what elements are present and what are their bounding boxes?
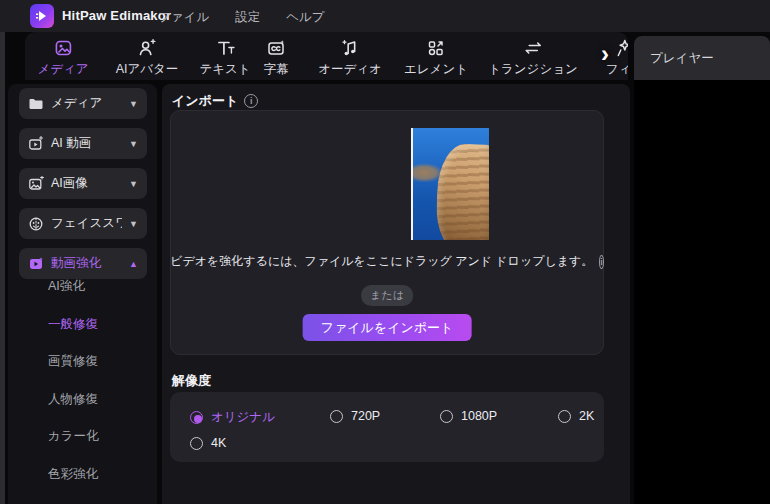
radio-label: 4K: [211, 436, 226, 450]
ai-video-icon: [28, 136, 44, 152]
sidebar-item-label: メディア: [51, 95, 122, 112]
tab-label: オーディオ: [318, 61, 382, 78]
import-section-header: インポート i: [172, 92, 258, 110]
tab-label: AIアバター: [116, 61, 179, 78]
face-swap-icon: [28, 216, 44, 232]
tab-label: メディア: [37, 61, 88, 78]
radio-1080p[interactable]: 1080P: [440, 409, 497, 423]
radio-icon: [190, 437, 203, 450]
sidebar-subitem-quality-repair[interactable]: 画質修復: [48, 351, 98, 371]
app-title: HitPaw Edimakor: [62, 8, 171, 23]
chevron-down-icon: ▼: [129, 139, 138, 149]
app-logo-icon: [30, 4, 54, 28]
sidebar-item-label: 動画強化: [51, 255, 122, 272]
ai-image-icon: [28, 176, 44, 192]
video-enhance-icon: [28, 256, 44, 272]
info-icon[interactable]: i: [599, 255, 604, 269]
player-header: プレイヤー: [634, 36, 770, 80]
radio-4k[interactable]: 4K: [190, 436, 226, 450]
elements-icon: [426, 38, 446, 58]
drop-hint: ビデオを強化するには、ファイルをここにドラッグ アンド ドロップします。 i: [171, 253, 603, 270]
thumbnail-before-blurry: [285, 128, 412, 240]
radio-icon: [440, 410, 453, 423]
thumbnail-after-sharp: [412, 128, 489, 240]
filter-icon: [615, 38, 628, 58]
ai-avatar-icon: [137, 38, 157, 58]
radio-label: オリジナル: [211, 409, 275, 426]
menu-settings[interactable]: 設定: [235, 9, 260, 26]
sidebar-item-video-enhance[interactable]: 動画強化 ▲: [19, 248, 147, 279]
audio-icon: [340, 38, 360, 58]
sidebar-subitem-general-repair[interactable]: 一般修復: [48, 314, 98, 334]
window-edge: [0, 32, 5, 504]
media-icon: [53, 38, 73, 58]
player-viewport[interactable]: [634, 80, 770, 504]
sidebar-item-media[interactable]: メディア ▼: [19, 88, 147, 119]
tab-label: 字幕: [264, 61, 289, 78]
sidebar-item-label: フェイススワ...: [51, 215, 122, 232]
before-after-thumbnail: [285, 128, 489, 240]
drop-hint-text: ビデオを強化するには、ファイルをここにドラッグ アンド ドロップします。: [170, 253, 593, 270]
tab-audio[interactable]: オーディオ: [318, 38, 382, 78]
sidebar-item-face-swap[interactable]: フェイススワ... ▼: [19, 208, 147, 239]
tab-media[interactable]: メディア: [37, 38, 88, 78]
tabs-overflow-chevron-icon[interactable]: ›: [601, 42, 609, 66]
resolution-options-card: オリジナル 720P 1080P 2K 4K: [170, 392, 604, 462]
radio-icon: [558, 410, 571, 423]
tab-label: フィル: [606, 61, 628, 78]
title-bar: HitPaw Edimakor ファイル 設定 ヘルプ: [0, 0, 770, 32]
radio-label: 720P: [351, 409, 380, 423]
chevron-down-icon: ▼: [129, 99, 138, 109]
sidebar: メディア ▼ AI 動画 ▼: [8, 84, 157, 504]
text-icon: [215, 38, 235, 58]
import-file-button[interactable]: ファイルをインポート: [303, 314, 472, 341]
menu-help[interactable]: ヘルプ: [286, 9, 324, 26]
chevron-down-icon: ▼: [129, 179, 138, 189]
or-badge: または: [361, 285, 413, 306]
comparison-divider: [411, 128, 413, 240]
resolution-title: 解像度: [172, 372, 211, 390]
main-panel: インポート i ビデオを強化するには、ファイルをここにドラッグ アンド ドロップ…: [162, 84, 630, 504]
tab-label: トランジション: [488, 61, 578, 78]
sidebar-subitem-ai-enhance[interactable]: AI強化: [48, 276, 85, 296]
sidebar-item-label: AI 動画: [51, 135, 122, 152]
info-icon[interactable]: i: [244, 94, 258, 108]
sidebar-subitem-color-enhance[interactable]: 色彩強化: [48, 464, 98, 484]
radio-original[interactable]: オリジナル: [190, 409, 275, 426]
radio-icon: [330, 410, 343, 423]
import-title: インポート: [172, 92, 238, 110]
sidebar-subitem-colorize[interactable]: カラー化: [48, 426, 99, 446]
tab-transitions[interactable]: トランジション: [488, 38, 578, 78]
chevron-up-icon: ▲: [129, 259, 138, 269]
sidebar-item-ai-video[interactable]: AI 動画 ▼: [19, 128, 147, 159]
chevron-down-icon: ▼: [129, 219, 138, 229]
rock-formation: [435, 143, 489, 240]
tab-elements[interactable]: エレメント: [404, 38, 468, 78]
player-title: プレイヤー: [650, 50, 714, 67]
top-tab-bar: メディア AIアバター テキスト: [25, 32, 628, 80]
menu-file[interactable]: ファイル: [158, 9, 209, 26]
menu-bar: ファイル 設定 ヘルプ: [158, 9, 325, 26]
import-drop-zone[interactable]: ビデオを強化するには、ファイルをここにドラッグ アンド ドロップします。 i ま…: [170, 110, 604, 355]
folder-icon: [28, 96, 44, 112]
tab-ai-avatar[interactable]: AIアバター: [116, 38, 179, 78]
app-window: HitPaw Edimakor ファイル 設定 ヘルプ メディア: [0, 0, 770, 504]
radio-2k[interactable]: 2K: [558, 409, 594, 423]
player-panel: プレイヤー: [634, 36, 770, 504]
radio-icon: [190, 411, 203, 424]
sidebar-item-ai-image[interactable]: AI画像 ▼: [19, 168, 147, 199]
resolution-section-header: 解像度: [172, 372, 211, 390]
tab-text[interactable]: テキスト: [199, 38, 250, 78]
radio-720p[interactable]: 720P: [330, 409, 380, 423]
radio-label: 2K: [579, 409, 594, 423]
transitions-icon: [523, 38, 543, 58]
sidebar-subitem-portrait-repair[interactable]: 人物修復: [48, 389, 98, 409]
radio-label: 1080P: [461, 409, 497, 423]
subtitles-icon: [266, 38, 286, 58]
tab-subtitles[interactable]: 字幕: [264, 38, 289, 78]
tab-label: テキスト: [199, 61, 250, 78]
tab-label: エレメント: [404, 61, 468, 78]
tab-filter[interactable]: フィル: [606, 38, 628, 78]
sidebar-item-label: AI画像: [51, 175, 122, 192]
